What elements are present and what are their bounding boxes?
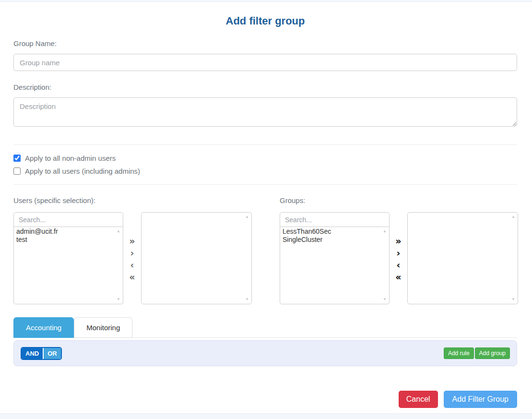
description-label: Description: bbox=[13, 83, 517, 91]
scrollbar-down-icon[interactable]: ▼ bbox=[117, 298, 120, 301]
scrollbar-down-icon[interactable]: ▼ bbox=[511, 298, 515, 301]
users-available-list[interactable]: admin@ucit.fr test ▲ ▼ bbox=[13, 227, 123, 304]
groups-search-input[interactable] bbox=[280, 212, 390, 227]
tab-accounting[interactable]: Accounting bbox=[13, 317, 74, 338]
scrollbar-up-icon[interactable]: ▲ bbox=[383, 229, 387, 233]
users-move-right-button[interactable]: › bbox=[130, 247, 135, 259]
groups-available-item[interactable]: SingleCluster bbox=[283, 236, 389, 244]
scrollbar-up-icon[interactable]: ▲ bbox=[245, 215, 249, 219]
add-rule-button[interactable]: Add rule bbox=[444, 347, 474, 359]
users-selected-list[interactable]: ▲ ▼ bbox=[141, 212, 252, 304]
non-admin-checkbox-label: Apply to all non-admin users bbox=[25, 154, 116, 162]
groups-selected-list[interactable]: ▲ ▼ bbox=[407, 212, 518, 304]
groups-picker: Groups: LessThan60Sec SingleCluster ▲ ▼ … bbox=[280, 196, 518, 304]
all-users-checkbox-row: Apply to all users (including admins) bbox=[13, 167, 517, 175]
query-builder-panel: AND OR Add rule Add group bbox=[13, 340, 517, 366]
users-move-left-button[interactable]: ‹ bbox=[130, 259, 135, 271]
groups-move-right-button[interactable]: › bbox=[396, 247, 402, 259]
divider bbox=[13, 184, 517, 185]
non-admin-checkbox-row: Apply to all non-admin users bbox=[13, 154, 517, 162]
scrollbar-up-icon[interactable]: ▲ bbox=[511, 215, 515, 219]
tab-monitoring[interactable]: Monitoring bbox=[74, 317, 132, 338]
and-button[interactable]: AND bbox=[22, 348, 43, 359]
groups-move-all-left-button[interactable]: « bbox=[394, 271, 402, 283]
group-name-input[interactable] bbox=[13, 54, 517, 71]
and-or-toggle: AND OR bbox=[21, 347, 62, 360]
filter-tabs: Accounting Monitoring bbox=[13, 317, 517, 338]
users-move-all-left-button[interactable]: « bbox=[128, 271, 136, 283]
non-admin-checkbox[interactable] bbox=[13, 155, 21, 162]
description-textarea[interactable] bbox=[13, 97, 517, 127]
cancel-button[interactable]: Cancel bbox=[399, 391, 438, 408]
or-button[interactable]: OR bbox=[44, 348, 61, 359]
users-available-item[interactable]: admin@ucit.fr bbox=[16, 227, 123, 236]
page-background-bottom-strip bbox=[0, 413, 532, 419]
all-users-checkbox-label: Apply to all users (including admins) bbox=[25, 167, 140, 175]
users-picker: Users (specific selection): admin@ucit.f… bbox=[13, 196, 252, 304]
users-move-all-right-button[interactable]: » bbox=[128, 235, 136, 247]
groups-available-item[interactable]: LessThan60Sec bbox=[283, 227, 389, 236]
group-name-label: Group Name: bbox=[13, 39, 517, 48]
users-search-input[interactable] bbox=[13, 212, 123, 227]
add-group-button[interactable]: Add group bbox=[475, 347, 510, 359]
groups-picker-label: Groups: bbox=[280, 196, 518, 204]
all-users-checkbox[interactable] bbox=[13, 168, 21, 175]
groups-move-all-right-button[interactable]: » bbox=[394, 235, 402, 247]
page-title: Add filter group bbox=[13, 15, 517, 27]
scrollbar-down-icon[interactable]: ▼ bbox=[245, 298, 249, 301]
groups-move-left-button[interactable]: ‹ bbox=[396, 259, 402, 271]
groups-available-list[interactable]: LessThan60Sec SingleCluster ▲ ▼ bbox=[280, 227, 390, 304]
users-available-item[interactable]: test bbox=[16, 236, 123, 244]
add-filter-group-button[interactable]: Add Filter Group bbox=[444, 391, 517, 408]
divider bbox=[13, 144, 517, 145]
scrollbar-up-icon[interactable]: ▲ bbox=[117, 229, 120, 233]
add-filter-group-modal: Add filter group Group Name: Description… bbox=[0, 15, 532, 408]
scrollbar-down-icon[interactable]: ▼ bbox=[383, 298, 387, 301]
modal-footer: Cancel Add Filter Group bbox=[13, 391, 517, 408]
page-background-top-strip bbox=[0, 0, 532, 2]
users-picker-label: Users (specific selection): bbox=[13, 196, 252, 204]
